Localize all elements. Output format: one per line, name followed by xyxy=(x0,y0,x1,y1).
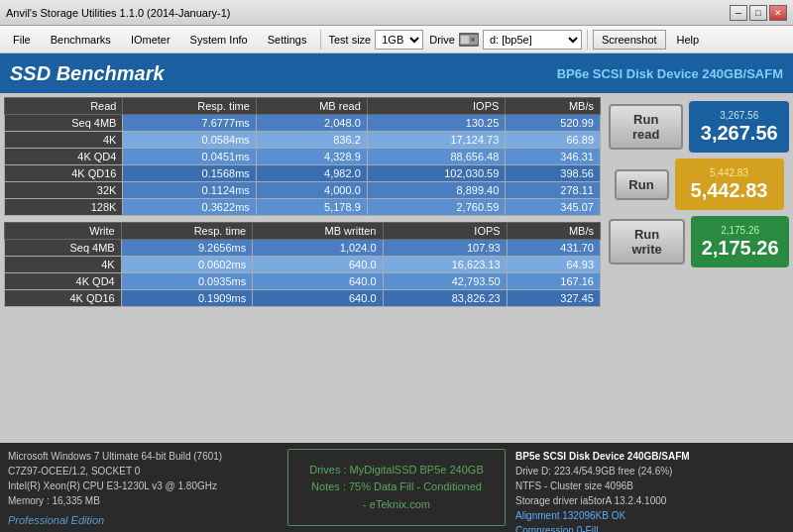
iops-write-col-header: IOPS xyxy=(383,223,507,240)
screenshot-button[interactable]: Screenshot xyxy=(593,30,666,50)
run-write-group: Run write 2,175.26 2,175.26 xyxy=(609,216,789,267)
resp-time-col-header: Resp. time xyxy=(123,98,256,115)
write-table-row: Seq 4MB9.2656ms1,024.0107.93431.70 xyxy=(5,240,601,257)
read-table-row: 32K0.1124ms4,000.08,899.40278.11 xyxy=(5,182,601,199)
test-size-select[interactable]: 1GB xyxy=(375,30,423,50)
resp-time-w-col-header: Resp. time xyxy=(121,223,253,240)
mbs-read-col-header: MB/s xyxy=(506,98,601,115)
app-header: SSD Benchmark BP6e SCSI Disk Device 240G… xyxy=(0,53,793,93)
menu-system-info[interactable]: System Info xyxy=(181,30,257,50)
drive-group: Drive d: [bp5e] xyxy=(429,30,582,50)
write-score-large: 2,175.26 xyxy=(702,237,779,260)
notes-panel: Drives : MyDigitalSSD BP5e 240GB Notes :… xyxy=(287,449,506,526)
read-score-large: 3,267.56 xyxy=(701,122,778,145)
menu-help[interactable]: Help xyxy=(668,30,709,50)
run-score-box: 5,442.83 5,442.83 xyxy=(675,159,784,210)
run-score-large: 5,442.83 xyxy=(691,179,768,202)
write-table-row: 4K QD40.0935ms640.042,793.50167.16 xyxy=(5,273,601,290)
drive-info-line: Drive D: 223.4/54.9GB free (24.6%) xyxy=(515,464,785,479)
read-score-box: 3,267.56 3,267.56 xyxy=(689,101,789,153)
run-total-group: Run 5,442.83 5,442.83 xyxy=(615,159,784,210)
title-bar: Anvil's Storage Utilities 1.1.0 (2014-Ja… xyxy=(0,0,793,26)
app-title: SSD Benchmark xyxy=(10,62,165,85)
title-buttons: ─ □ ✕ xyxy=(730,5,787,21)
drive-label: Drive xyxy=(429,34,455,46)
device-label: BP6e SCSI Disk Device 240GB/SAFM xyxy=(557,66,783,81)
title-text: Anvil's Storage Utilities 1.1.0 (2014-Ja… xyxy=(6,7,230,19)
read-table-row: 4K QD160.1568ms4,982.0102,030.59398.56 xyxy=(5,165,601,182)
read-table-row: Seq 4MB7.6777ms2,048.0130.25520.99 xyxy=(5,115,601,132)
mb-written-col-header: MB written xyxy=(253,223,383,240)
main-content: Read Resp. time MB read IOPS MB/s Seq 4M… xyxy=(0,93,793,443)
read-table-row: 4K QD40.0451ms4,328.988,656.48346.31 xyxy=(5,149,601,165)
write-table: Write Resp. time MB written IOPS MB/s Se… xyxy=(4,222,601,307)
pro-edition-label: Professional Edition xyxy=(8,512,278,529)
menu-settings[interactable]: Settings xyxy=(259,30,316,50)
test-size-label: Test size xyxy=(328,34,371,46)
write-table-row: 4K0.0602ms640.016,623.1364.93 xyxy=(5,257,601,273)
sys-info-line: Microsoft Windows 7 Ultimate 64-bit Buil… xyxy=(8,449,278,464)
maximize-button[interactable]: □ xyxy=(749,5,767,21)
read-col-header: Read xyxy=(5,98,123,115)
write-col-header: Write xyxy=(5,223,122,240)
menu-benchmarks[interactable]: Benchmarks xyxy=(42,30,120,50)
read-score-small: 3,267.56 xyxy=(720,110,758,121)
run-read-group: Run read 3,267.56 3,267.56 xyxy=(609,101,789,153)
drive-info-line: Storage driver ia5torA 13.2.4.1000 xyxy=(515,493,785,508)
right-panel: Run read 3,267.56 3,267.56 Run 5,442.83 … xyxy=(605,93,793,443)
mb-read-col-header: MB read xyxy=(256,98,367,115)
run-write-button[interactable]: Run write xyxy=(609,219,685,265)
menu-bar: File Benchmarks IOmeter System Info Sett… xyxy=(0,26,793,53)
test-size-group: Test size 1GB xyxy=(328,30,423,50)
drive-info-line: BP5e SCSI Disk Device 240GB/SAFM xyxy=(515,449,785,464)
mbs-write-col-header: MB/s xyxy=(507,223,600,240)
drive-select[interactable]: d: [bp5e] xyxy=(483,30,582,50)
drive-info-line: Alignment 132096KB OK xyxy=(515,508,785,523)
minimize-button[interactable]: ─ xyxy=(730,5,747,21)
benchmark-tables: Read Resp. time MB read IOPS MB/s Seq 4M… xyxy=(0,93,605,443)
sys-info-line: Intel(R) Xeon(R) CPU E3-1230L v3 @ 1.80G… xyxy=(8,479,278,493)
run-button[interactable]: Run xyxy=(615,169,669,200)
write-score-small: 2,175.26 xyxy=(721,225,759,236)
write-score-box: 2,175.26 2,175.26 xyxy=(691,216,789,267)
run-score-small: 5,442.83 xyxy=(710,167,748,178)
read-table-row: 4K0.0584ms836.217,124.7366.89 xyxy=(5,132,601,149)
sys-info-line: Memory : 16,335 MB xyxy=(8,493,278,508)
svg-point-2 xyxy=(471,38,475,42)
menu-iometer[interactable]: IOmeter xyxy=(122,30,179,50)
system-info-panel: Microsoft Windows 7 Ultimate 64-bit Buil… xyxy=(8,449,278,526)
iops-read-col-header: IOPS xyxy=(367,98,506,115)
drive-info-line: NTFS - Cluster size 4096B xyxy=(515,479,785,493)
read-table: Read Resp. time MB read IOPS MB/s Seq 4M… xyxy=(4,97,601,216)
menu-file[interactable]: File xyxy=(4,30,40,50)
write-table-row: 4K QD160.1909ms640.083,826.23327.45 xyxy=(5,290,601,307)
drive-info-panel: BP5e SCSI Disk Device 240GB/SAFMDrive D:… xyxy=(515,449,785,526)
run-read-button[interactable]: Run read xyxy=(609,104,683,150)
bottom-panel: Microsoft Windows 7 Ultimate 64-bit Buil… xyxy=(0,443,793,532)
read-table-row: 128K0.3622ms5,178.92,760.59345.07 xyxy=(5,199,601,216)
menu-divider-2 xyxy=(587,30,588,50)
sys-info-line: C7Z97-OCEE/1.2, SOCKET 0 xyxy=(8,464,278,479)
drive-icon xyxy=(459,33,479,47)
svg-rect-1 xyxy=(461,36,469,44)
drive-info-line: Compression 0-Fill xyxy=(515,523,785,532)
close-button[interactable]: ✕ xyxy=(769,5,787,21)
menu-divider-1 xyxy=(320,30,321,50)
